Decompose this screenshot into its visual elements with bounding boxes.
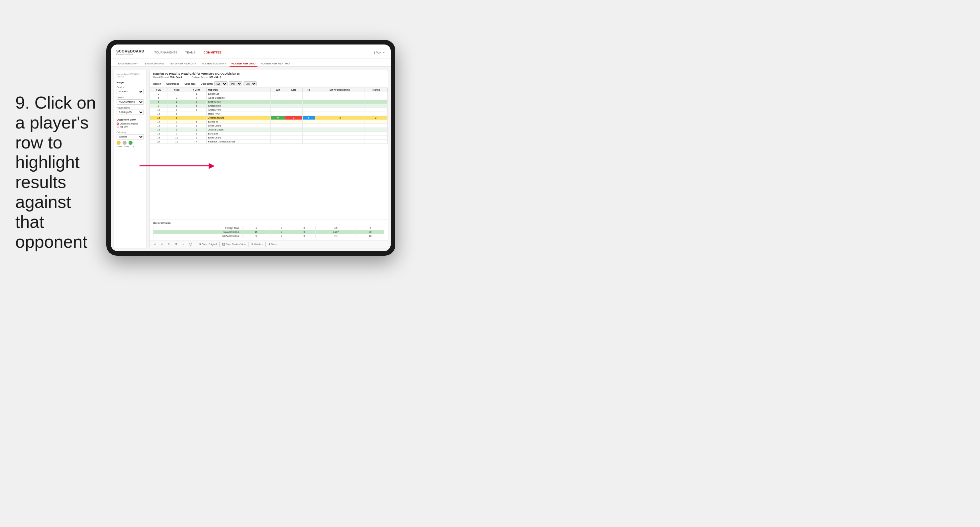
table-cell	[302, 140, 315, 144]
table-cell	[271, 100, 285, 104]
out-div-cell: 2	[356, 226, 384, 230]
table-cell	[364, 100, 387, 104]
nav-teams[interactable]: TEAMS	[185, 49, 196, 56]
logo-area: SCOREBOARD Powered by clippd	[116, 49, 144, 55]
table-cell	[271, 132, 285, 136]
table-cell: 16	[150, 128, 167, 132]
table-row[interactable]: 131Heejo Hyun	[150, 112, 388, 116]
out-div-cell: 4.5	[315, 226, 356, 230]
subnav-player-summary[interactable]: PLAYER SUMMARY	[200, 61, 228, 67]
nav-committee[interactable]: COMMITTEE	[203, 49, 222, 56]
region-filter[interactable]: (All)	[214, 81, 228, 86]
table-cell	[285, 104, 302, 108]
sign-out-button[interactable]: | Sign out	[374, 51, 385, 54]
out-div-row[interactable]: NCAA Division 25007.410	[153, 234, 384, 238]
table-row[interactable]: 914Sharon Mun	[150, 104, 388, 108]
table-cell: 0	[271, 116, 285, 120]
opponent-view-title: Opponent view	[117, 118, 144, 121]
player-rank-select[interactable]: 8. Katelyn Vo	[117, 110, 144, 115]
table-cell	[315, 96, 364, 100]
col-win: Win	[271, 88, 285, 92]
table-cell: 10	[150, 108, 167, 112]
radio-label-opponents: Opponents Played	[120, 122, 138, 125]
table-cell: Eunice Yi	[207, 120, 271, 124]
out-div-row[interactable]: Foreign Team1004.52	[153, 226, 384, 230]
table-row[interactable]: 19106Emily Chang	[150, 136, 388, 140]
out-div-cell: 10	[356, 234, 384, 238]
tablet-screen: SCOREBOARD Powered by clippd TOURNAMENTS…	[111, 44, 391, 251]
nav-tournaments[interactable]: TOURNAMENTS	[153, 49, 178, 56]
radio-opponents-played[interactable]: Opponents Played	[117, 122, 144, 125]
table-cell	[271, 96, 285, 100]
undo-button[interactable]: ↩	[153, 242, 158, 246]
table-row[interactable]: 20117Federica Domecq Lacroze	[150, 140, 388, 144]
colour-dots	[117, 141, 144, 145]
refresh-button[interactable]: ⟳	[166, 242, 172, 246]
opponent-view-section: Opponent view Opponents Played Top 100	[117, 118, 144, 128]
data-table-container: # Div # Reg # Conf Opponent Win Loss Tie…	[150, 88, 388, 219]
opponent-filter[interactable]: (All)	[243, 81, 257, 86]
table-row[interactable]: 1691Jessica Mason	[150, 128, 388, 132]
table-cell: 1	[167, 100, 186, 104]
table-cell	[271, 136, 285, 140]
colour-by-label: Colour by	[117, 131, 144, 133]
table-cell: 20	[150, 140, 167, 144]
table-cell	[271, 92, 285, 96]
out-div-cell: 30	[356, 230, 384, 234]
out-div-row[interactable]: NAIA Division 115009.26730	[153, 230, 384, 234]
subnav-team-summary[interactable]: TEAM SUMMARY	[114, 61, 140, 67]
out-div-cell: 0	[293, 230, 315, 234]
table-cell: 0	[302, 116, 315, 120]
division-record: Division Record: 331 - 34 - 6	[192, 76, 221, 78]
table-cell: 6	[186, 136, 207, 140]
table-cell	[285, 108, 302, 112]
table-row[interactable]: 31Esther Lee	[150, 92, 388, 96]
table-row[interactable]: 131Jessica Huang010-32	[150, 116, 388, 120]
division-label: Division	[117, 96, 144, 98]
forward-button[interactable]: →	[180, 242, 186, 246]
table-row[interactable]: 1063Andrea York	[150, 108, 388, 112]
out-div-cell: 5	[242, 234, 270, 238]
table-cell	[285, 132, 302, 136]
redo-button[interactable]: ↩	[159, 242, 164, 246]
table-cell	[315, 100, 364, 104]
subnav-player-h2h-heatmap[interactable]: PLAYER H2H HEATMAP	[259, 61, 293, 67]
division-select[interactable]: NCAA Division III	[117, 99, 144, 105]
table-row[interactable]: 1585Stella Cheng	[150, 124, 388, 128]
table-cell: 18	[150, 132, 167, 136]
gender-select[interactable]: Women's	[117, 89, 144, 94]
subnav-team-h2h-grid[interactable]: TEAM H2H GRID	[141, 61, 166, 67]
table-cell	[364, 108, 387, 112]
save-custom-view-button[interactable]: 💾 Save Custom View	[222, 243, 245, 246]
table-row[interactable]: 1822Euna Lee	[150, 132, 388, 136]
tablet-frame: SCOREBOARD Powered by clippd TOURNAMENTS…	[106, 40, 395, 256]
subnav-player-h2h-grid[interactable]: PLAYER H2H GRID	[229, 61, 258, 67]
table-cell	[364, 92, 387, 96]
conference-filter[interactable]: (All)	[229, 81, 242, 86]
subnav-team-h2h-heatmap[interactable]: TEAM H2H HEATMAP	[167, 61, 198, 67]
view-original-button[interactable]: 👁 View: Original	[199, 243, 216, 246]
table-cell: Emily Chang	[207, 136, 271, 140]
table-cell: 13	[150, 116, 167, 120]
out-of-div-table: Foreign Team1004.52NAIA Division 115009.…	[153, 226, 384, 238]
out-div-cell: 0	[293, 234, 315, 238]
grid-button[interactable]: ⊞	[173, 242, 178, 246]
table-row[interactable]: 522Alexis Sudjianto	[150, 96, 388, 100]
colour-by-select[interactable]: Win/loss	[117, 134, 144, 140]
left-panel: Last Updated: 27/03/2024 16:55:28 Player…	[114, 70, 147, 248]
table-header-row: # Div # Reg # Conf Opponent Win Loss Tie…	[150, 88, 388, 92]
table-row[interactable]: 1474Eunice Yi	[150, 120, 388, 124]
table-cell: -3	[315, 116, 364, 120]
out-of-div-title: Out of division	[153, 222, 384, 224]
share-button[interactable]: ⬆ Share	[269, 243, 277, 246]
table-row[interactable]: 613Sydney Kuo	[150, 100, 388, 104]
radio-top100[interactable]: Top 100	[117, 125, 144, 128]
radio-label-top100: Top 100	[120, 125, 127, 128]
watch-button[interactable]: 👁 Watch ▾	[251, 243, 263, 246]
toolbar: ↩ ↩ ⟳ ⊞ → ◯ 👁 View: Original 💾 Save Cust…	[150, 240, 388, 248]
table-cell	[271, 112, 285, 116]
table-cell	[302, 124, 315, 128]
out-div-cell: 0	[293, 226, 315, 230]
circle-button[interactable]: ◯	[188, 242, 193, 246]
table-cell: 1	[285, 116, 302, 120]
